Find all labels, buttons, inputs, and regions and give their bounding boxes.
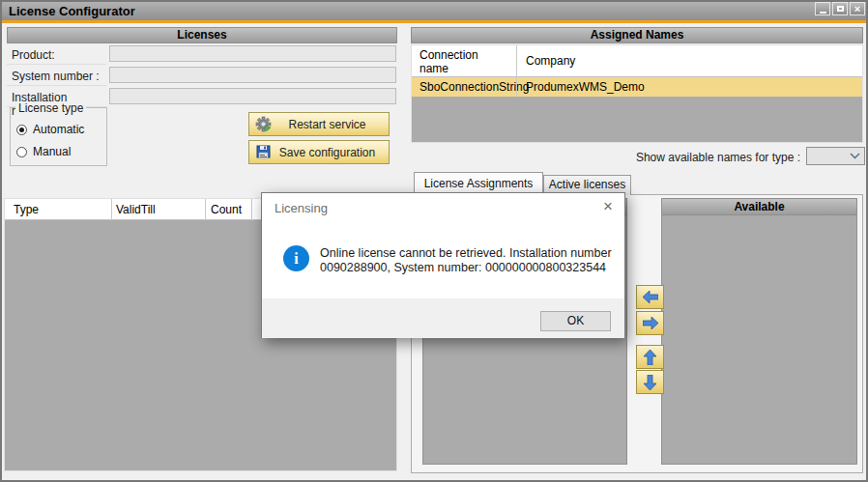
radio-automatic-label: Automatic: [33, 123, 84, 136]
minimize-icon: [820, 12, 826, 14]
info-icon: i: [283, 245, 309, 271]
restart-service-label: Restart service: [272, 118, 383, 131]
available-list[interactable]: Available: [661, 198, 857, 465]
arrow-down-icon: [644, 375, 656, 390]
radio-manual[interactable]: Manual: [16, 145, 71, 158]
installation-number-field[interactable]: [109, 88, 396, 104]
move-up-button[interactable]: [636, 345, 664, 369]
close-icon: ×: [854, 4, 860, 14]
dialog-close-icon[interactable]: ×: [603, 197, 613, 216]
license-configurator-window: License Configurator × Licenses Product:…: [0, 0, 868, 482]
column-company[interactable]: Company: [526, 54, 575, 68]
licensing-dialog: Licensing × i Online license cannot be r…: [261, 192, 625, 338]
assigned-names-table-header: Connection name Company: [412, 45, 862, 77]
restart-service-button[interactable]: Restart service: [248, 112, 390, 136]
dialog-message: Online license cannot be retrieved. Inst…: [320, 246, 618, 275]
licenses-panel-header: Licenses: [7, 27, 397, 43]
title-bar: License Configurator: [2, 2, 866, 20]
column-connection-name[interactable]: Connection name: [420, 48, 508, 75]
arrow-up-icon: [644, 350, 656, 365]
assigned-names-header: Assigned Names: [411, 27, 863, 43]
minimize-button[interactable]: [815, 2, 830, 15]
move-down-button[interactable]: [636, 370, 664, 394]
close-button[interactable]: ×: [850, 2, 865, 15]
dialog-title: Licensing: [275, 201, 328, 215]
arrow-right-icon: [643, 317, 658, 329]
window-title: License Configurator: [2, 4, 135, 18]
arrow-left-icon: [643, 291, 658, 303]
radio-manual-label: Manual: [33, 145, 71, 158]
gear-icon: [255, 116, 272, 132]
accent-line: [2, 20, 866, 23]
license-type-group: License type Automatic Manual: [10, 107, 107, 166]
product-label: Product:: [7, 44, 106, 65]
window-controls: ×: [815, 2, 865, 15]
license-type-legend: License type: [15, 101, 86, 115]
save-configuration-button[interactable]: Save configuration: [248, 140, 390, 164]
chevron-down-icon: [850, 153, 860, 159]
column-type[interactable]: Type: [14, 203, 39, 216]
system-number-label: System number :: [7, 66, 106, 86]
product-field[interactable]: [109, 45, 396, 62]
cell-connection-name: SboConnectionString: [420, 80, 529, 94]
radio-automatic-icon: [16, 125, 27, 135]
move-left-button[interactable]: [636, 285, 664, 309]
maximize-button[interactable]: [832, 2, 848, 15]
available-names-type-select[interactable]: [806, 147, 865, 165]
available-list-header: Available: [662, 199, 856, 215]
move-right-button[interactable]: [636, 311, 664, 335]
column-count[interactable]: Count: [211, 203, 242, 216]
column-validtill[interactable]: ValidTill: [116, 203, 156, 216]
table-row-sboconnectionstring[interactable]: SboConnectionString ProdumexWMS_Demo: [412, 77, 862, 97]
assigned-names-table[interactable]: Connection name Company SboConnectionStr…: [411, 44, 863, 143]
cell-company: ProdumexWMS_Demo: [526, 80, 645, 94]
radio-automatic[interactable]: Automatic: [16, 123, 84, 136]
system-number-field[interactable]: [109, 67, 396, 83]
show-available-names-label: Show available names for type :: [541, 151, 800, 164]
save-icon: [255, 144, 272, 160]
save-configuration-label: Save configuration: [272, 146, 383, 159]
radio-manual-icon: [16, 147, 27, 157]
maximize-icon: [837, 6, 844, 12]
ok-button[interactable]: OK: [540, 311, 611, 331]
